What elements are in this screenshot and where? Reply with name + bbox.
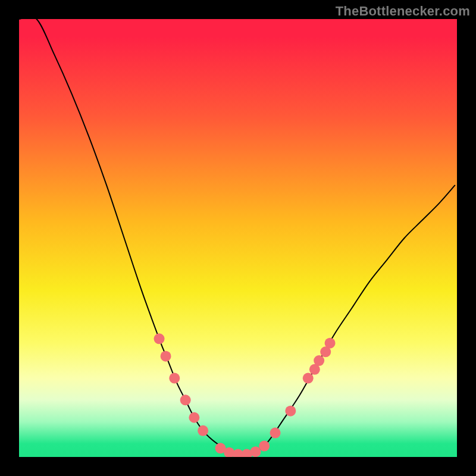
data-point-left-3 [169, 373, 180, 384]
data-point-right-5 [314, 355, 324, 366]
watermark-text: TheBottlenecker.com [336, 4, 470, 19]
chart-frame: TheBottlenecker.com [0, 0, 476, 476]
data-point-right-7 [325, 338, 336, 349]
data-point-left-5 [189, 412, 199, 423]
chart-data-points [154, 333, 336, 457]
data-point-right-2 [285, 406, 296, 416]
data-point-left-2 [161, 351, 171, 362]
data-point-right-1 [270, 428, 281, 439]
data-point-right-3 [303, 373, 314, 384]
data-point-left-1 [154, 333, 165, 344]
chart-svg [19, 19, 457, 457]
data-point-left-6 [198, 425, 208, 436]
data-point-left-4 [180, 394, 191, 405]
chart-plot-area [19, 19, 457, 457]
data-point-bottom-6 [259, 441, 270, 452]
data-point-bottom-5 [250, 446, 261, 457]
bottleneck-curve [19, 19, 455, 455]
